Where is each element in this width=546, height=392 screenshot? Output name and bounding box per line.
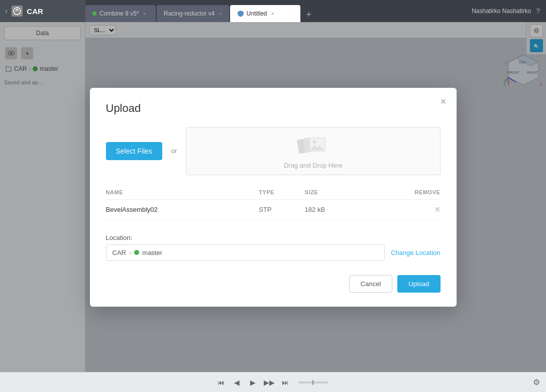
app-title: CAR — [27, 7, 43, 16]
location-row: CAR › master Change Location — [106, 244, 441, 261]
location-input: CAR › master — [106, 244, 385, 261]
tab-label-untitled: Untitled — [247, 10, 267, 17]
app-logo — [12, 6, 23, 17]
select-files-button[interactable]: Select Files — [106, 142, 162, 160]
col-type: TYPE — [259, 189, 304, 200]
dialog-close-button[interactable]: × — [441, 96, 447, 107]
file-size: 182 kB — [305, 199, 365, 219]
file-name: BevelAssembly02 — [106, 199, 259, 219]
skip-forward-button[interactable]: ⏭ — [278, 375, 292, 389]
location-section: Location: CAR › master Change Location — [106, 234, 441, 261]
tab-close-combine[interactable]: × — [143, 11, 146, 17]
shield-icon — [237, 10, 244, 17]
file-remove-cell: ✕ — [365, 199, 440, 219]
table-row: BevelAssembly02 STP 182 kB ✕ — [106, 199, 441, 219]
play-button[interactable]: ▶ — [246, 375, 260, 389]
or-label: or — [171, 147, 177, 155]
forward-step-button[interactable]: ▶▶ — [262, 375, 276, 389]
dialog-footer: Cancel Upload — [106, 275, 441, 293]
tab-close-untitled[interactable]: × — [271, 11, 274, 17]
tab-dot-combine — [92, 12, 96, 16]
tab-close-racing[interactable]: × — [219, 11, 222, 17]
svg-point-19 — [313, 141, 316, 144]
upload-dialog: Upload × Select Files or Drag a — [90, 88, 457, 307]
location-master: master — [142, 249, 162, 256]
topbar-actions: Nashatirko Nashatirko ? — [466, 0, 546, 22]
tab-add-button[interactable]: + — [301, 7, 316, 22]
col-size: SIZE — [305, 189, 365, 200]
upload-row: Select Files or Drag and Drop Here — [106, 127, 441, 175]
drop-zone-label: Drag and Drop Here — [284, 162, 343, 169]
skip-back-button[interactable]: ⏮ — [214, 375, 228, 389]
help-button[interactable]: ? — [536, 7, 540, 15]
bottom-bar: ⏮ ◀ ▶ ▶▶ ⏭ ⚙ — [0, 372, 546, 392]
upload-button[interactable]: Upload — [397, 275, 440, 293]
tab-untitled[interactable]: Untitled × — [230, 5, 300, 22]
slider-handle — [312, 380, 313, 385]
tab-label-combine: Combine 8 v5* — [99, 10, 139, 17]
dialog-title: Upload — [106, 102, 441, 115]
back-step-button[interactable]: ◀ — [230, 375, 244, 389]
col-remove: REMOVE — [365, 189, 440, 200]
bottom-gear-button[interactable]: ⚙ — [533, 377, 540, 387]
nashatirko-user: Nashatirko Nashatirko — [472, 8, 531, 15]
back-button[interactable]: ‹ — [5, 7, 8, 16]
tab-combine[interactable]: Combine 8 v5* × — [85, 5, 156, 22]
logo-icon — [13, 7, 21, 15]
col-name: NAME — [106, 189, 259, 200]
remove-file-button[interactable]: ✕ — [434, 205, 441, 214]
tab-racing[interactable]: Racing-reductor v4 × — [157, 5, 229, 22]
tab-list: Combine 8 v5* × Racing-reductor v4 × Unt… — [85, 0, 466, 22]
tab-label-racing: Racing-reductor v4 — [164, 10, 214, 17]
drag-drop-icon — [295, 133, 331, 158]
file-type: STP — [259, 199, 304, 219]
drop-zone[interactable]: Drag and Drop Here — [186, 127, 440, 175]
progress-slider[interactable] — [298, 381, 329, 383]
file-table: NAME TYPE SIZE REMOVE BevelAssembly02 ST… — [106, 189, 441, 220]
location-car: CAR — [113, 249, 126, 256]
drop-zone-icons — [295, 133, 331, 158]
tab-bar: ‹ CAR Combine 8 v5* × Racing-reductor v4… — [0, 0, 546, 22]
location-label: Location: — [106, 234, 441, 241]
app-header: ‹ CAR — [0, 0, 85, 22]
location-dot — [134, 250, 139, 255]
modal-overlay: Upload × Select Files or Drag a — [0, 22, 546, 372]
cancel-button[interactable]: Cancel — [349, 275, 392, 293]
location-arrow: › — [129, 249, 131, 256]
change-location-button[interactable]: Change Location — [391, 249, 440, 256]
